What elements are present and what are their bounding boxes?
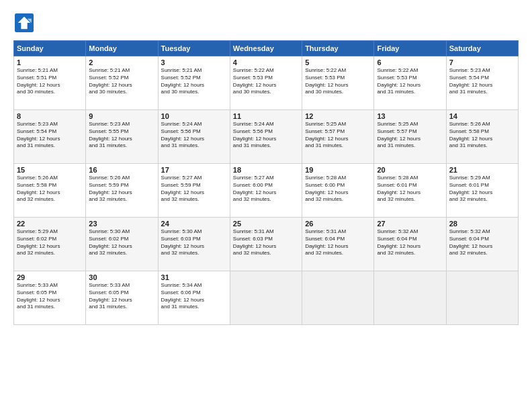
calendar-day-cell: 31Sunrise: 5:34 AM Sunset: 6:06 PM Dayli… [158,271,230,325]
weekday-header-thursday: Thursday [302,41,374,56]
day-number: 24 [161,220,227,228]
day-info: Sunrise: 5:26 AM Sunset: 5:58 PM Dayligh… [17,175,83,203]
weekday-header-wednesday: Wednesday [230,41,302,56]
day-info: Sunrise: 5:31 AM Sunset: 6:03 PM Dayligh… [233,228,299,257]
day-info: Sunrise: 5:33 AM Sunset: 6:05 PM Dayligh… [17,282,83,311]
calendar-day-cell [374,271,446,325]
day-number: 14 [449,112,515,120]
calendar-week-row: 15Sunrise: 5:26 AM Sunset: 5:58 PM Dayli… [14,164,519,218]
day-number: 7 [449,58,515,66]
calendar-table: SundayMondayTuesdayWednesdayThursdayFrid… [13,40,519,325]
calendar-week-row: 29Sunrise: 5:33 AM Sunset: 6:05 PM Dayli… [14,271,519,325]
day-info: Sunrise: 5:31 AM Sunset: 6:04 PM Dayligh… [305,228,371,257]
day-info: Sunrise: 5:29 AM Sunset: 6:01 PM Dayligh… [449,175,515,203]
calendar-day-cell: 7Sunrise: 5:23 AM Sunset: 5:54 PM Daylig… [446,56,518,110]
day-info: Sunrise: 5:29 AM Sunset: 6:02 PM Dayligh… [17,228,83,257]
calendar-week-row: 22Sunrise: 5:29 AM Sunset: 6:02 PM Dayli… [14,218,519,271]
day-info: Sunrise: 5:27 AM Sunset: 5:59 PM Dayligh… [161,175,227,203]
calendar-day-cell: 8Sunrise: 5:23 AM Sunset: 5:54 PM Daylig… [14,110,86,164]
day-number: 1 [17,58,83,66]
day-info: Sunrise: 5:32 AM Sunset: 6:04 PM Dayligh… [449,228,515,257]
weekday-header-saturday: Saturday [446,41,518,56]
weekday-header-monday: Monday [86,41,158,56]
calendar-day-cell: 26Sunrise: 5:31 AM Sunset: 6:04 PM Dayli… [302,218,374,271]
day-number: 28 [449,220,515,228]
weekday-header-tuesday: Tuesday [158,41,230,56]
calendar-day-cell: 10Sunrise: 5:24 AM Sunset: 5:56 PM Dayli… [158,110,230,164]
calendar-day-cell: 20Sunrise: 5:28 AM Sunset: 6:01 PM Dayli… [374,164,446,218]
calendar-day-cell: 12Sunrise: 5:25 AM Sunset: 5:57 PM Dayli… [302,110,374,164]
calendar-day-cell: 25Sunrise: 5:31 AM Sunset: 6:03 PM Dayli… [230,218,302,271]
day-number: 15 [17,166,83,174]
day-info: Sunrise: 5:27 AM Sunset: 6:00 PM Dayligh… [233,175,299,203]
day-info: Sunrise: 5:32 AM Sunset: 6:04 PM Dayligh… [377,228,443,257]
day-number: 18 [233,166,299,174]
calendar-day-cell: 2Sunrise: 5:21 AM Sunset: 5:52 PM Daylig… [86,56,158,110]
day-info: Sunrise: 5:24 AM Sunset: 5:56 PM Dayligh… [161,121,227,150]
calendar-day-cell: 29Sunrise: 5:33 AM Sunset: 6:05 PM Dayli… [14,271,86,325]
day-number: 29 [17,273,83,281]
day-number: 25 [233,220,299,228]
header [13,11,519,35]
day-info: Sunrise: 5:30 AM Sunset: 6:02 PM Dayligh… [89,228,154,257]
day-info: Sunrise: 5:26 AM Sunset: 5:58 PM Dayligh… [449,121,515,150]
day-info: Sunrise: 5:23 AM Sunset: 5:54 PM Dayligh… [17,121,83,150]
weekday-header-friday: Friday [374,41,446,56]
day-info: Sunrise: 5:21 AM Sunset: 5:51 PM Dayligh… [17,67,83,96]
calendar-day-cell [302,271,374,325]
logo-icon [15,13,34,32]
day-number: 10 [161,112,227,120]
day-info: Sunrise: 5:28 AM Sunset: 6:00 PM Dayligh… [305,175,371,203]
calendar-page: SundayMondayTuesdayWednesdayThursdayFrid… [0,0,532,411]
calendar-day-cell: 5Sunrise: 5:22 AM Sunset: 5:53 PM Daylig… [302,56,374,110]
calendar-day-cell: 22Sunrise: 5:29 AM Sunset: 6:02 PM Dayli… [14,218,86,271]
day-number: 26 [305,220,371,228]
calendar-day-cell: 1Sunrise: 5:21 AM Sunset: 5:51 PM Daylig… [14,56,86,110]
weekday-header-sunday: Sunday [14,41,86,56]
day-info: Sunrise: 5:22 AM Sunset: 5:53 PM Dayligh… [233,67,299,96]
calendar-day-cell: 24Sunrise: 5:30 AM Sunset: 6:03 PM Dayli… [158,218,230,271]
calendar-day-cell: 6Sunrise: 5:22 AM Sunset: 5:53 PM Daylig… [374,56,446,110]
calendar-day-cell: 11Sunrise: 5:24 AM Sunset: 5:56 PM Dayli… [230,110,302,164]
day-info: Sunrise: 5:23 AM Sunset: 5:54 PM Dayligh… [449,67,515,96]
day-number: 19 [305,166,371,174]
day-info: Sunrise: 5:22 AM Sunset: 5:53 PM Dayligh… [377,67,443,96]
calendar-day-cell: 3Sunrise: 5:21 AM Sunset: 5:52 PM Daylig… [158,56,230,110]
calendar-day-cell: 27Sunrise: 5:32 AM Sunset: 6:04 PM Dayli… [374,218,446,271]
calendar-day-cell: 18Sunrise: 5:27 AM Sunset: 6:00 PM Dayli… [230,164,302,218]
day-info: Sunrise: 5:28 AM Sunset: 6:01 PM Dayligh… [377,175,443,203]
calendar-day-cell [446,271,518,325]
day-number: 17 [161,166,227,174]
day-number: 30 [89,273,154,281]
day-info: Sunrise: 5:22 AM Sunset: 5:53 PM Dayligh… [305,67,371,96]
day-number: 23 [89,220,154,228]
day-info: Sunrise: 5:25 AM Sunset: 5:57 PM Dayligh… [377,121,443,150]
calendar-day-cell: 30Sunrise: 5:33 AM Sunset: 6:05 PM Dayli… [86,271,158,325]
day-number: 11 [233,112,299,120]
day-number: 8 [17,112,83,120]
calendar-day-cell: 23Sunrise: 5:30 AM Sunset: 6:02 PM Dayli… [86,218,158,271]
calendar-day-cell: 4Sunrise: 5:22 AM Sunset: 5:53 PM Daylig… [230,56,302,110]
day-number: 27 [377,220,443,228]
day-number: 21 [449,166,515,174]
day-number: 22 [17,220,83,228]
day-info: Sunrise: 5:33 AM Sunset: 6:05 PM Dayligh… [89,282,154,311]
day-number: 13 [377,112,443,120]
day-number: 31 [161,273,227,281]
day-number: 20 [377,166,443,174]
day-info: Sunrise: 5:34 AM Sunset: 6:06 PM Dayligh… [161,282,227,311]
day-number: 5 [305,58,371,66]
day-number: 16 [89,166,154,174]
calendar-day-cell: 13Sunrise: 5:25 AM Sunset: 5:57 PM Dayli… [374,110,446,164]
weekday-header-row: SundayMondayTuesdayWednesdayThursdayFrid… [14,41,519,56]
day-info: Sunrise: 5:25 AM Sunset: 5:57 PM Dayligh… [305,121,371,150]
day-info: Sunrise: 5:24 AM Sunset: 5:56 PM Dayligh… [233,121,299,150]
calendar-day-cell: 19Sunrise: 5:28 AM Sunset: 6:00 PM Dayli… [302,164,374,218]
day-info: Sunrise: 5:26 AM Sunset: 5:59 PM Dayligh… [89,175,154,203]
day-number: 12 [305,112,371,120]
calendar-day-cell: 17Sunrise: 5:27 AM Sunset: 5:59 PM Dayli… [158,164,230,218]
calendar-day-cell: 21Sunrise: 5:29 AM Sunset: 6:01 PM Dayli… [446,164,518,218]
calendar-day-cell: 9Sunrise: 5:23 AM Sunset: 5:55 PM Daylig… [86,110,158,164]
day-number: 9 [89,112,154,120]
calendar-day-cell: 14Sunrise: 5:26 AM Sunset: 5:58 PM Dayli… [446,110,518,164]
